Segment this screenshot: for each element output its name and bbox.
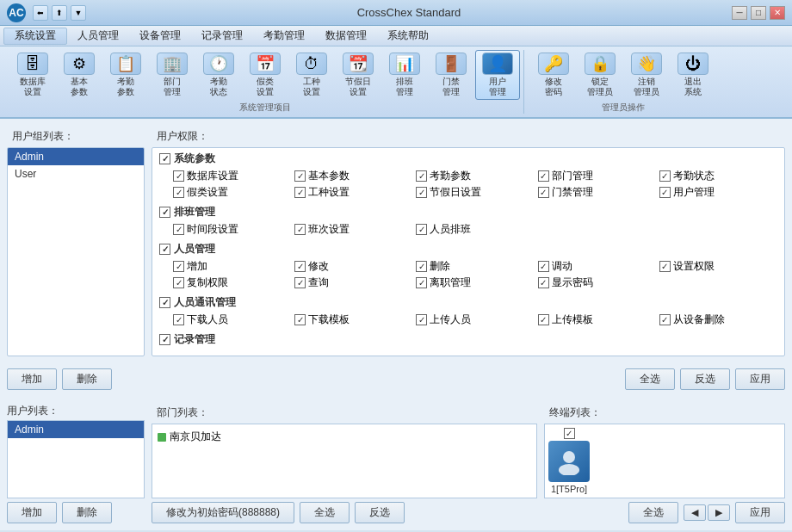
tb-attend-status[interactable]: 🕐 考勤状态 (196, 50, 241, 100)
db-set-label: 数据库设置 (20, 77, 46, 97)
cb-dept-mgmt[interactable] (538, 170, 549, 182)
dropdown-icon[interactable]: ▼ (71, 5, 86, 21)
group-item-user[interactable]: User (8, 165, 144, 182)
add-user-button[interactable]: 增加 (7, 502, 57, 523)
perm-download-person: 下载人员 (173, 312, 291, 327)
cb-shift-set[interactable] (294, 224, 306, 235)
cb-upload-person[interactable] (416, 314, 427, 325)
permissions-panel: 用户权限： 系统参数 数据库设置 基本参数 考勤参数 部门管理 考勤状态 假类设… (152, 126, 785, 356)
tb-holiday-set[interactable]: 📆 节假日设置 (336, 50, 381, 100)
cb-set-rights[interactable] (659, 261, 671, 272)
cb-leave-set[interactable] (173, 187, 184, 198)
maximize-button[interactable]: □ (751, 6, 766, 20)
tb-logout-admin[interactable]: 👋 注销管理员 (624, 50, 669, 100)
menu-item-device[interactable]: 设备管理 (129, 28, 191, 45)
cb-person-mgmt[interactable] (159, 244, 170, 255)
up-icon[interactable]: ⬆ (52, 5, 67, 21)
perm-worktime-set: 工种设置 (294, 185, 412, 200)
db-set-icon: 🗄 (17, 53, 48, 75)
perm-person-shift: 人员排班 (416, 222, 534, 237)
tb-dept-mgmt[interactable]: 🏢 部门管理 (150, 50, 195, 100)
cb-person-comm[interactable] (159, 297, 170, 308)
terminal-item-t5pro[interactable]: 1[T5Pro] (548, 428, 590, 494)
invert-dept-button[interactable]: 反选 (355, 502, 405, 523)
leave-set-icon: 📅 (250, 53, 281, 75)
menu-item-record[interactable]: 记录管理 (191, 28, 253, 45)
cb-attend-param[interactable] (416, 170, 427, 182)
menu-item-sys[interactable]: 系统设置 (3, 28, 67, 45)
invert-perm-button[interactable]: 反选 (680, 368, 730, 390)
attend-param-label: 考勤参数 (117, 77, 134, 97)
select-all-perm-button[interactable]: 全选 (625, 368, 675, 390)
svg-point-1 (559, 464, 579, 475)
cb-attend-status[interactable] (659, 170, 671, 182)
cb-add[interactable] (173, 261, 184, 272)
cb-download-tmpl[interactable] (294, 314, 306, 325)
tb-leave-set[interactable]: 📅 假类设置 (243, 50, 288, 100)
tb-user-mgmt[interactable]: 👤 用户管理 (475, 50, 520, 100)
perm-leave-set: 假类设置 (173, 185, 291, 200)
nav-next-button[interactable]: ▶ (708, 504, 730, 521)
cb-person-shift[interactable] (416, 224, 427, 235)
apply-terminal-button[interactable]: 应用 (735, 502, 785, 523)
tb-attend-param[interactable]: 📋 考勤参数 (103, 50, 148, 100)
cb-holiday-set[interactable] (416, 187, 427, 198)
menu-item-data[interactable]: 数据管理 (315, 28, 377, 45)
tb-door-mgmt[interactable]: 🚪 门禁管理 (429, 50, 473, 100)
user-item-admin[interactable]: Admin (8, 421, 144, 438)
tb-basic-param[interactable]: ⚙ 基本参数 (57, 50, 102, 100)
select-all-dept-button[interactable]: 全选 (300, 502, 350, 523)
worktime-set-icon: ⏱ (296, 53, 327, 75)
delete-user-button[interactable]: 删除 (62, 502, 112, 523)
menu-item-person[interactable]: 人员管理 (67, 28, 129, 45)
perm-section-person: 人员管理 增加 修改 删除 调动 设置权限 复制权限 查询 离职管理 显示密码 (159, 242, 777, 290)
group-item-admin[interactable]: Admin (8, 148, 144, 165)
perm-upload-person: 上传人员 (416, 312, 534, 327)
cb-show-pwd[interactable] (538, 277, 549, 288)
cb-query[interactable] (294, 277, 306, 288)
tb-shift-mgmt[interactable]: 📊 排班管理 (382, 50, 427, 100)
main-content: 用户组列表： Admin User 用户权限： 系统参数 数据库设置 基本参数 (0, 119, 792, 530)
dept-list-panel: 部门列表： 南京贝加达 修改为初始密码(888888) 全选 反选 (152, 402, 537, 523)
perm-show-pwd: 显示密码 (538, 275, 656, 290)
cb-shift-mgmt[interactable] (159, 207, 170, 218)
tb-exit-sys[interactable]: ⏻ 退出系统 (671, 50, 715, 100)
tb-modify-pwd[interactable]: 🔑 修改密码 (531, 50, 576, 100)
door-mgmt-label: 门禁管理 (442, 77, 460, 97)
menu-bar: 系统设置 人员管理 设备管理 记录管理 考勤管理 数据管理 系统帮助 (0, 26, 792, 46)
cb-time-range[interactable] (173, 224, 184, 235)
apply-perm-button[interactable]: 应用 (735, 368, 785, 390)
minimize-button[interactable]: ─ (732, 6, 747, 20)
select-all-terminal-button[interactable]: 全选 (628, 502, 678, 523)
tb-lock-admin[interactable]: 🔒 锁定管理员 (578, 50, 622, 100)
cb-upload-tmpl[interactable] (538, 314, 549, 325)
worktime-set-label: 工种设置 (303, 77, 320, 97)
cb-user-mgmt2[interactable] (659, 187, 671, 198)
cb-worktime-set[interactable] (294, 187, 306, 198)
cb-record-mgmt[interactable] (159, 334, 170, 345)
cb-db-set[interactable] (173, 170, 184, 182)
cb-modify[interactable] (294, 261, 306, 272)
cb-transfer[interactable] (538, 261, 549, 272)
cb-sys-param[interactable] (159, 153, 170, 164)
close-button[interactable]: ✕ (770, 6, 785, 20)
cb-delete[interactable] (416, 261, 427, 272)
menu-item-help[interactable]: 系统帮助 (377, 28, 439, 45)
cb-basic-param[interactable] (294, 170, 306, 182)
tb-worktime-set[interactable]: ⏱ 工种设置 (289, 50, 334, 100)
tb-db-set[interactable]: 🗄 数据库设置 (10, 50, 55, 100)
modify-pwd-button[interactable]: 修改为初始密码(888888) (152, 502, 294, 523)
terminal-list-title: 终端列表： (544, 402, 785, 424)
cb-door-mgmt[interactable] (538, 187, 549, 198)
add-group-button[interactable]: 增加 (7, 368, 57, 390)
cb-delete-from-dev[interactable] (659, 314, 671, 325)
menu-item-attendance[interactable]: 考勤管理 (253, 28, 315, 45)
cb-terminal-t5pro[interactable] (564, 428, 575, 439)
cb-copy-rights[interactable] (173, 277, 184, 288)
cb-leave-mgmt[interactable] (416, 277, 427, 288)
window-controls: ─ □ ✕ (732, 6, 785, 20)
nav-prev-button[interactable]: ◀ (684, 504, 706, 521)
back-icon[interactable]: ⬅ (33, 5, 48, 21)
delete-group-button[interactable]: 删除 (62, 368, 112, 390)
cb-download-person[interactable] (173, 314, 184, 325)
